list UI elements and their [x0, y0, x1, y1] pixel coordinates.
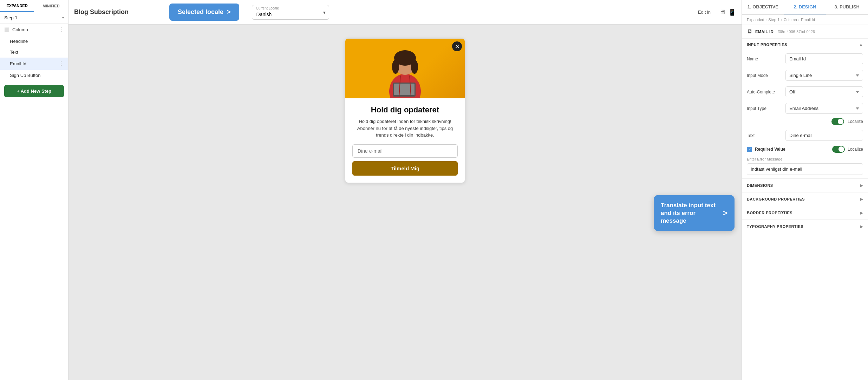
input-mode-select[interactable]: Single Line Multi Line: [785, 70, 863, 81]
required-localize-label: Localize: [848, 147, 863, 152]
input-properties-toggle-icon: ▲: [859, 42, 863, 47]
selected-locale-label: Selected locale: [178, 8, 223, 16]
selected-locale-arrow-icon: >: [227, 8, 231, 16]
auto-complete-row: Auto-Complete Off On: [742, 84, 868, 100]
required-value-label: Required Value: [755, 147, 829, 152]
name-input[interactable]: [785, 53, 863, 64]
selected-locale-button[interactable]: Selected locale >: [169, 4, 239, 21]
page-title: Blog Subscription: [74, 8, 129, 16]
right-tabs: 1. OBJECTIVE 2. DESIGN 3. PUBLISH: [742, 0, 868, 15]
dimensions-arrow-icon: ▶: [860, 183, 863, 188]
toggle-knob: [838, 119, 843, 124]
tree-item-text[interactable]: Text: [0, 47, 68, 58]
input-mode-label: Input Mode: [747, 73, 782, 78]
email-id-header: 🖥 EMAIL ID f38e-4006-37bd-0426: [742, 25, 868, 39]
translate-arrow-icon: >: [723, 209, 727, 218]
typography-header[interactable]: TYPOGRAPHY PROPERTIES ▶: [742, 220, 868, 233]
typography-arrow-icon: ▶: [860, 224, 863, 229]
background-arrow-icon: ▶: [860, 197, 863, 202]
tree-item-signup[interactable]: Sign Up Button: [0, 70, 68, 81]
tab-publish[interactable]: 3. PUBLISH: [826, 0, 868, 14]
email-id-uuid: f38e-4006-37bd-0426: [778, 30, 815, 34]
monitor-icon: 🖥: [747, 28, 752, 35]
breadcrumb-step1: Step 1: [768, 18, 779, 22]
signup-label: Sign Up Button: [10, 73, 40, 78]
mobile-icon[interactable]: 📱: [728, 8, 736, 16]
dimensions-section: DIMENSIONS ▶: [742, 178, 868, 192]
column-label: Column: [12, 27, 28, 32]
desktop-icon[interactable]: 🖥: [719, 8, 725, 16]
step-label: Step 1: [4, 15, 18, 20]
tab-objective[interactable]: 1. OBJECTIVE: [742, 0, 784, 14]
current-locale-label: Current Locale: [256, 6, 279, 10]
error-message-input[interactable]: [747, 163, 863, 175]
tab-bar: EXPANDED MINIFIED: [0, 0, 68, 12]
right-panel: 1. OBJECTIVE 2. DESIGN 3. PUBLISH Expand…: [742, 0, 868, 380]
background-title: BACKGROUND PROPERTIES: [747, 197, 805, 201]
dimensions-title: DIMENSIONS: [747, 183, 773, 188]
tab-expanded[interactable]: EXPANDED: [0, 0, 34, 12]
tree-item-column[interactable]: ⬜ Column ⋮: [0, 24, 68, 36]
input-properties-title: INPUT PROPERTIES: [747, 42, 787, 47]
input-type-select[interactable]: Email Address Text Password: [785, 103, 863, 114]
error-message-label: Enter Error Message: [742, 156, 868, 162]
tab-minified[interactable]: MINIFIED: [34, 0, 68, 12]
main-area: Blog Subscription Selected locale > Curr…: [68, 0, 742, 380]
form-submit-button[interactable]: Tilmeld Mig: [352, 161, 458, 176]
svg-point-3: [392, 60, 399, 74]
required-localize-toggle[interactable]: [832, 146, 845, 153]
step-selector[interactable]: Step 1 ▾: [0, 12, 68, 24]
text-label: Text: [10, 50, 18, 55]
border-section: BORDER PROPERTIES ▶: [742, 206, 868, 220]
breadcrumb-expanded: Expanded: [747, 18, 764, 22]
localize-toggle-row: Localize: [742, 117, 868, 128]
required-value-row: ✓ Required Value Localize: [742, 143, 868, 156]
close-button[interactable]: ✕: [452, 41, 462, 51]
background-header[interactable]: BACKGROUND PROPERTIES ▶: [742, 192, 868, 206]
text-value-input[interactable]: [785, 130, 863, 141]
edit-in-label: Edit in: [698, 9, 711, 15]
form-card: ✕: [345, 39, 465, 183]
typography-section: TYPOGRAPHY PROPERTIES ▶: [742, 220, 868, 233]
input-type-row: Input Type Email Address Text Password: [742, 100, 868, 117]
input-type-label: Input Type: [747, 106, 782, 111]
translate-tooltip[interactable]: Translate input text and its error messa…: [654, 195, 735, 231]
email-id-more-button[interactable]: ⋮: [58, 60, 64, 67]
input-properties-section[interactable]: INPUT PROPERTIES ▲: [742, 39, 868, 51]
canvas-area: ✕: [68, 25, 742, 380]
locale-select-wrapper: Current Locale Danish English French ▾: [252, 5, 329, 20]
email-id-title: EMAIL ID: [755, 30, 774, 34]
left-sidebar: EXPANDED MINIFIED Step 1 ▾ ⬜ Column ⋮ He…: [0, 0, 68, 380]
name-value: [785, 53, 863, 64]
person-illustration: [382, 40, 428, 98]
required-toggle-knob: [838, 146, 844, 152]
name-label: Name: [747, 57, 782, 61]
svg-rect-6: [394, 84, 415, 95]
device-icons: 🖥 📱: [719, 8, 736, 16]
auto-complete-select[interactable]: Off On: [785, 86, 863, 97]
tree-item-email-id[interactable]: Email Id ⋮: [0, 58, 68, 70]
translate-tooltip-text: Translate input text and its error messa…: [661, 202, 719, 225]
dimensions-header[interactable]: DIMENSIONS ▶: [742, 179, 868, 192]
required-checkbox[interactable]: ✓: [747, 147, 752, 152]
form-subtitle: Hold dig opdateret inden for teknisk skr…: [352, 118, 458, 139]
breadcrumb-emailid: Email Id: [801, 18, 815, 22]
add-new-step-button[interactable]: + Add New Step: [4, 85, 64, 97]
text-value-row: Text: [742, 128, 868, 143]
localize-label: Localize: [848, 119, 863, 124]
form-card-image: [345, 39, 465, 98]
svg-point-4: [411, 60, 418, 74]
tree-item-headline[interactable]: Headline: [0, 36, 68, 47]
auto-complete-label: Auto-Complete: [747, 90, 782, 94]
border-header[interactable]: BORDER PROPERTIES ▶: [742, 206, 868, 220]
column-more-button[interactable]: ⋮: [58, 26, 64, 33]
border-title: BORDER PROPERTIES: [747, 211, 792, 215]
text-prop-label: Text: [747, 133, 782, 138]
headline-label: Headline: [10, 39, 28, 44]
localize-toggle[interactable]: [831, 118, 844, 125]
email-id-label: Email Id: [10, 61, 26, 66]
email-input[interactable]: [352, 144, 458, 158]
background-section: BACKGROUND PROPERTIES ▶: [742, 192, 868, 206]
input-mode-row: Input Mode Single Line Multi Line: [742, 67, 868, 84]
tab-design[interactable]: 2. DESIGN: [784, 0, 826, 14]
